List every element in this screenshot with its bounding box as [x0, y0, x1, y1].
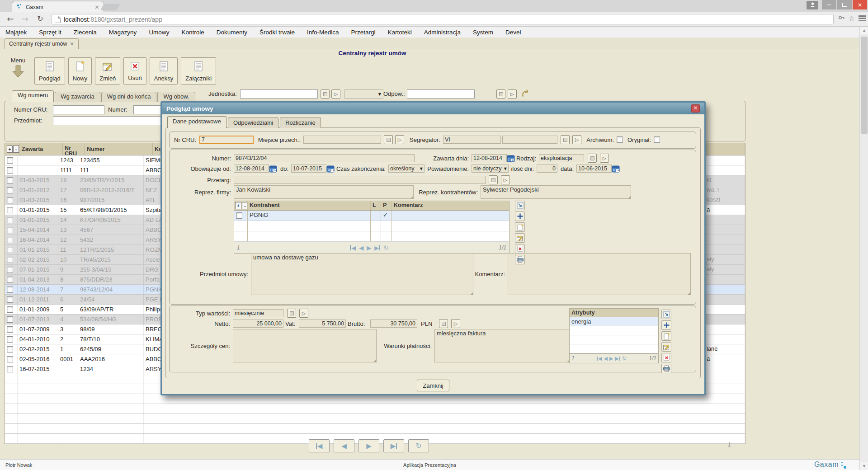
next-page-button[interactable]: ▶ [359, 439, 379, 452]
atr-next-icon[interactable]: ▶ [609, 356, 613, 362]
menubar-item-maj-tek[interactable]: Majątek [5, 29, 27, 36]
browser-menu-icon[interactable] [859, 15, 866, 21]
menubar-item-magazyny[interactable]: Magazyny [109, 29, 137, 36]
row-checkbox[interactable] [7, 336, 13, 343]
warunki-platnosci-textarea[interactable]: miesięczna faktura [434, 329, 570, 362]
nr-cru-field[interactable]: 7 [199, 136, 254, 144]
miejsce-open-button[interactable]: ▷ [395, 135, 404, 144]
atr-first-icon[interactable]: ◀ [597, 356, 602, 362]
rodzaj-field[interactable]: eksploatacja [539, 154, 584, 162]
segregator-extra-field[interactable] [502, 136, 557, 144]
forward-button[interactable]: → [19, 14, 31, 24]
key-icon[interactable] [838, 14, 845, 23]
menu-down-arrow-icon[interactable] [8, 65, 28, 80]
szczegoly-cen-textarea[interactable] [233, 329, 377, 362]
undo-icon[interactable] [521, 89, 530, 99]
toolbar-button-aneksy[interactable]: Aneksy [150, 57, 178, 85]
menubar-item--rodki-trwa-e[interactable]: Środki trwałe [259, 29, 295, 36]
close-window-button[interactable]: × [853, 0, 867, 9]
collapse-all-button[interactable]: - [13, 146, 19, 153]
odpow-picker-button[interactable] [496, 89, 505, 99]
obowiazuje-od-field[interactable]: 12-08-2014 [234, 164, 269, 173]
row-checkbox[interactable] [7, 296, 13, 303]
typ-picker-button[interactable] [287, 309, 296, 318]
grid-refresh-icon[interactable]: ↻ [383, 244, 389, 251]
row-checkbox[interactable] [7, 346, 13, 352]
row-checkbox[interactable] [7, 227, 13, 233]
zamknij-button[interactable]: Zamknij [417, 380, 449, 391]
atr-last-icon[interactable]: ▶ [615, 356, 620, 362]
segregator-picker-button[interactable] [561, 135, 570, 144]
delete-record-icon[interactable] [515, 244, 525, 254]
row-checkbox[interactable] [7, 366, 13, 372]
menubar-item-kontrole[interactable]: Kontrole [181, 29, 204, 36]
przetarg-field-2[interactable] [299, 176, 486, 184]
add-row-icon[interactable] [661, 320, 671, 330]
row-checkbox[interactable] [7, 197, 13, 203]
first-page-button[interactable]: ◀ [309, 439, 330, 452]
grid-first-icon[interactable]: ◀ [350, 244, 356, 251]
row-checkbox[interactable] [7, 247, 13, 253]
add-row-icon[interactable] [515, 212, 525, 221]
edit-record-icon[interactable] [515, 233, 525, 243]
netto-field[interactable]: 25 000,00 [233, 320, 283, 328]
row-checkbox[interactable] [7, 187, 13, 193]
browser-tab[interactable]: Gaxam × [12, 1, 104, 13]
menubar-item-administracja[interactable]: Administracja [424, 29, 461, 36]
rodzaj-picker-button[interactable] [588, 154, 597, 163]
row-checkbox[interactable] [7, 237, 13, 243]
new-record-icon[interactable] [661, 331, 671, 341]
tab-close-icon[interactable]: × [94, 4, 99, 10]
menubar-item-system[interactable]: System [473, 29, 493, 36]
przetarg-open-button[interactable]: ▷ [501, 175, 510, 184]
app-tab-close-icon[interactable]: ✕ [70, 41, 74, 47]
typ-open-button[interactable]: ▷ [299, 309, 308, 318]
przedmiot-umowy-textarea[interactable]: umowa na dostawę gazu [251, 253, 473, 295]
minimize-button[interactable]: − [822, 0, 836, 9]
vat-field[interactable]: 5 750,00 [299, 320, 346, 328]
new-record-icon[interactable] [515, 222, 525, 232]
address-bar[interactable]: localhost:8180/gxstart_prezent/app [52, 14, 834, 24]
miejsce-picker-button[interactable] [384, 135, 393, 144]
row-checkbox[interactable] [7, 167, 13, 174]
atrybut-row[interactable]: energia [570, 317, 658, 326]
rodzaj-open-button[interactable]: ▷ [600, 154, 609, 163]
ilosc-dni-field[interactable]: 0 [537, 164, 557, 173]
menubar-item-przetargi[interactable]: Przetargi [351, 29, 376, 36]
dialog-tab-rozliczanie[interactable]: Rozliczanie [280, 118, 321, 128]
menubar-item-info-medica[interactable]: Info-Medica [307, 29, 339, 36]
segregator-field[interactable]: VI [443, 136, 501, 144]
toolbar-button-usuń[interactable]: Usuń [123, 57, 146, 85]
row-checkbox[interactable] [7, 326, 13, 333]
row-checkbox[interactable] [7, 306, 13, 313]
bookmark-star-icon[interactable]: ☆ [849, 14, 855, 23]
back-button[interactable]: ← [5, 14, 16, 24]
jednostka-select[interactable]: ▼ [344, 89, 383, 99]
jednostka-open-button[interactable]: ▷ [331, 89, 340, 99]
edit-record-icon[interactable] [661, 342, 671, 352]
do-calendar-icon[interactable]: 14 [326, 165, 335, 173]
komentarz-textarea[interactable] [508, 253, 691, 295]
zawarta-calendar-icon[interactable]: 14 [507, 155, 515, 162]
grid-last-icon[interactable]: ▶ [374, 244, 380, 251]
delete-record-icon[interactable] [661, 353, 671, 362]
scroll-down-icon[interactable]: ▼ [860, 462, 868, 470]
scroll-up-icon[interactable]: ▲ [860, 27, 868, 34]
oryginal-checkbox[interactable] [654, 136, 660, 143]
dialog-tab-odpowiedzialni[interactable]: Odpowiedzialni [228, 118, 278, 128]
grid-collapse-button[interactable]: - [242, 202, 248, 209]
grid-next-icon[interactable]: ▶ [367, 244, 371, 251]
menubar-item-umowy[interactable]: Umowy [149, 29, 169, 36]
row-checkbox[interactable] [7, 217, 13, 223]
prev-page-button[interactable]: ◀ [334, 439, 354, 452]
przetarg-field-1[interactable] [234, 176, 299, 184]
expand-grid-icon[interactable] [661, 310, 671, 319]
menubar-item-dokumenty[interactable]: Dokumenty [217, 29, 247, 36]
numer-umowy-field[interactable]: 98743/12/04 [234, 154, 415, 162]
expand-all-button[interactable]: + [7, 146, 13, 153]
dialog-tab-dane-podstawowe[interactable]: Dane podstawowe [167, 116, 226, 128]
row-checkbox[interactable] [7, 177, 13, 183]
expand-grid-icon[interactable] [515, 201, 525, 210]
toolbar-button-załączniki[interactable]: Załączniki [181, 57, 216, 85]
reprez-firmy-textarea[interactable]: Jan Kowalski [234, 185, 414, 199]
